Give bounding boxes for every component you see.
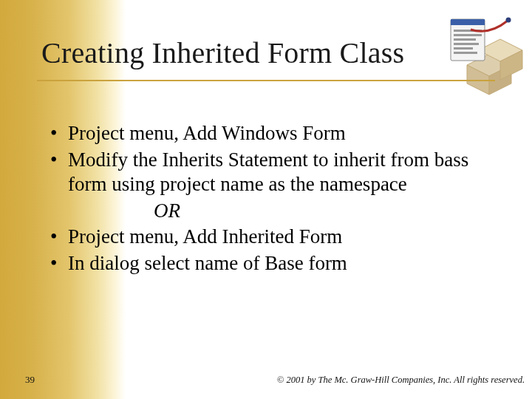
title-underline <box>37 80 495 81</box>
or-separator: OR <box>50 199 494 223</box>
bullet-item: • Project menu, Add Windows Form <box>50 121 494 146</box>
corner-graphic <box>437 13 526 102</box>
bullet-dot-icon: • <box>50 148 68 172</box>
slide-title: Creating Inherited Form Class <box>41 35 404 70</box>
svg-rect-10 <box>454 43 479 45</box>
svg-rect-9 <box>454 38 476 41</box>
svg-rect-12 <box>454 52 477 54</box>
bullet-text: Project menu, Add Inherited Form <box>68 225 494 249</box>
page-number: 39 <box>25 374 35 386</box>
slide-content: • Project menu, Add Windows Form • Modif… <box>50 121 494 278</box>
bullet-text: Project menu, Add Windows Form <box>68 121 494 146</box>
bullet-dot-icon: • <box>50 251 68 276</box>
copyright-text: © 2001 by The Mc. Graw-Hill Companies, I… <box>277 375 525 386</box>
svg-rect-8 <box>454 34 482 36</box>
bullet-item: • Modify the Inherits Statement to inher… <box>50 148 494 197</box>
bullet-item: • In dialog select name of Base form <box>50 251 494 276</box>
bullet-text: In dialog select name of Base form <box>68 251 494 276</box>
bullet-item: • Project menu, Add Inherited Form <box>50 225 494 249</box>
bullet-text: Modify the Inherits Statement to inherit… <box>68 148 494 197</box>
bullet-dot-icon: • <box>50 121 68 146</box>
svg-rect-6 <box>451 19 485 25</box>
svg-point-13 <box>506 18 511 23</box>
slide: Creating Inherited Form Class • Project … <box>0 0 532 399</box>
svg-rect-11 <box>454 47 473 50</box>
bullet-dot-icon: • <box>50 225 68 249</box>
